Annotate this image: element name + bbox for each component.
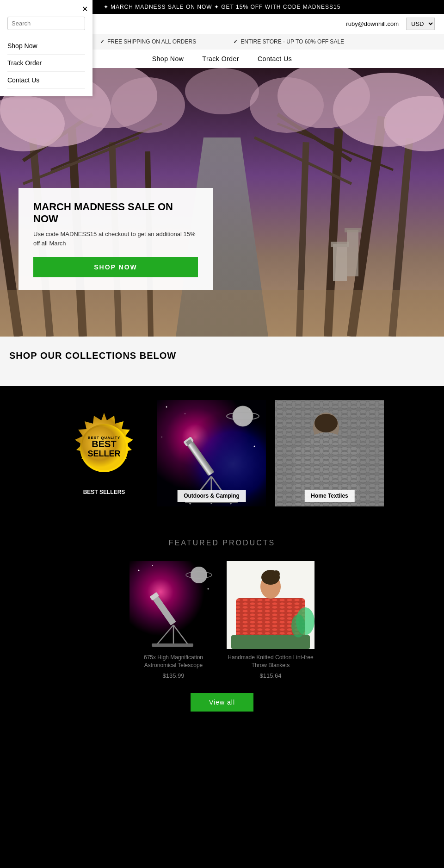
svg-point-71	[208, 588, 209, 590]
mobile-nav-track-order[interactable]: Track Order	[7, 55, 85, 72]
svg-rect-77	[152, 643, 193, 647]
product-telescope-svg	[130, 561, 217, 649]
outdoors-label: Outdoors & Camping	[177, 490, 246, 502]
featured-section: FEATURED PRODUCTS	[0, 520, 444, 730]
product-telescope-name: 675x High Magnification Astronomical Tel…	[130, 654, 217, 669]
svg-point-44	[254, 446, 255, 447]
product-blanket-name: Handmade Knitted Cotton Lint-free Throw …	[227, 654, 314, 669]
svg-point-40	[185, 413, 185, 414]
collection-home-textiles[interactable]: Home Textiles	[275, 400, 384, 506]
product-telescope-price: $135.99	[130, 672, 217, 679]
home-textiles-label: Home Textiles	[304, 490, 354, 502]
hero-content: MARCH MADNESS SALE ON NOW Use code MADNE…	[18, 188, 213, 290]
featured-title: FEATURED PRODUCTS	[9, 539, 435, 547]
search-input[interactable]	[7, 17, 85, 30]
collection-best-sellers[interactable]: BEST QUALITY BEST SELLER BEST SELLERS	[60, 407, 148, 500]
view-all-button[interactable]: View all	[191, 693, 253, 712]
mobile-nav-shop-now[interactable]: Shop Now	[7, 37, 85, 55]
svg-text:SELLER: SELLER	[87, 449, 120, 458]
hero-title: MARCH MADNESS SALE ON NOW	[33, 201, 198, 225]
announcement-text: ✦ MARCH MADNESS SALE ON NOW ✦ GET 15% OF…	[104, 4, 341, 10]
collections-grid: BEST QUALITY BEST SELLER BEST SELLERS	[0, 386, 444, 520]
best-sellers-label: BEST SELLERS	[83, 489, 125, 495]
hero-section: MARCH MADNESS SALE ON NOW Use code MADNE…	[0, 68, 444, 337]
svg-point-43	[161, 437, 162, 437]
products-grid: 675x High Magnification Astronomical Tel…	[9, 561, 435, 679]
collections-title: SHOP OUR COLLECTIONS BELOW	[9, 350, 435, 361]
collection-outdoors[interactable]: Outdoors & Camping	[157, 400, 266, 506]
svg-point-70	[152, 565, 153, 566]
hero-shop-now-button[interactable]: SHOP NOW	[33, 257, 198, 277]
svg-text:BEST: BEST	[92, 439, 116, 449]
product-blanket-image	[227, 561, 314, 649]
product-card-telescope[interactable]: 675x High Magnification Astronomical Tel…	[130, 561, 217, 679]
currency-select[interactable]: USD GBP EUR	[406, 18, 435, 30]
mobile-nav-contact-us[interactable]: Contact Us	[7, 72, 85, 89]
svg-point-69	[138, 570, 140, 571]
shipping-item-1: FREE SHIPPING ON ALL ORDERS	[100, 38, 196, 45]
hero-subtitle: Use code MADNESS15 at checkout to get an…	[33, 230, 198, 248]
product-card-blanket[interactable]: Handmade Knitted Cotton Lint-free Throw …	[227, 561, 314, 679]
svg-point-85	[272, 570, 280, 578]
collections-section-header: SHOP OUR COLLECTIONS BELOW	[0, 337, 444, 386]
product-blanket-price: $115.64	[227, 672, 314, 679]
badge-svg: BEST QUALITY BEST SELLER	[67, 411, 141, 485]
nav-track-order[interactable]: Track Order	[202, 55, 239, 62]
svg-point-39	[166, 406, 167, 408]
email-display: ruby@downhill.com	[346, 20, 399, 27]
mobile-menu: ✕ Shop Now Track Order Contact Us	[0, 0, 92, 96]
svg-point-67	[191, 567, 207, 583]
mobile-nav: Shop Now Track Order Contact Us	[7, 37, 85, 89]
nav-contact-us[interactable]: Contact Us	[258, 55, 292, 62]
close-button[interactable]: ✕	[82, 5, 88, 13]
product-telescope-image	[130, 561, 217, 649]
svg-point-63	[314, 414, 338, 432]
svg-point-88	[291, 614, 305, 637]
shipping-item-2: ENTIRE STORE - UP TO 60% OFF SALE	[233, 38, 344, 45]
product-blanket-svg	[227, 561, 314, 649]
nav-shop-now[interactable]: Shop Now	[152, 55, 184, 62]
